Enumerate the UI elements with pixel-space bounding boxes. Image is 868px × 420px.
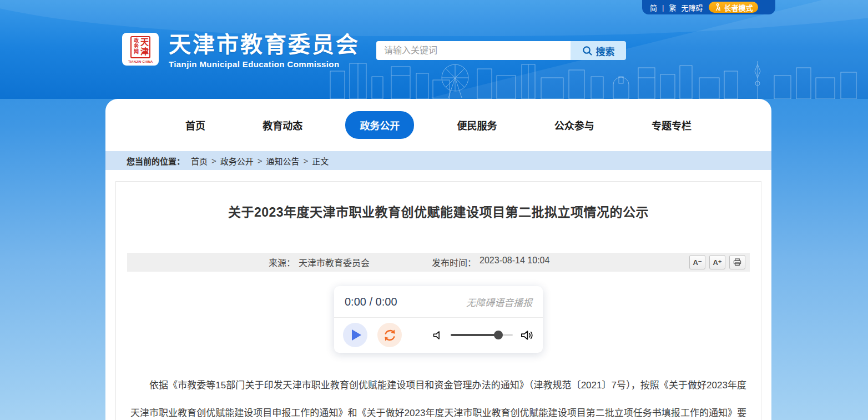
seal-caption: TIANJIN-CHINA xyxy=(128,60,153,63)
article-tools: A⁻ A⁺ xyxy=(689,255,745,269)
breadcrumb-item-current: 正文 xyxy=(312,155,329,167)
site-titles: 天津市教育委员会 Tianjin Municipal Education Com… xyxy=(169,33,360,69)
print-button[interactable] xyxy=(729,255,745,269)
source-label: 来源： xyxy=(269,256,295,269)
main-navigation: 首页 教育动态 政务公开 便民服务 公众参与 专题专栏 xyxy=(105,99,771,151)
article-title: 关于2023年度天津市职业教育创优赋能建设项目第二批拟立项情况的公示 xyxy=(127,202,750,221)
nav-item-home[interactable]: 首页 xyxy=(171,111,220,139)
audio-player-controls xyxy=(334,318,543,352)
site-name-english: Tianjin Municipal Education Commission xyxy=(169,59,360,69)
nav-item-education-news[interactable]: 教育动态 xyxy=(248,111,317,139)
search-bar: 搜索 xyxy=(376,41,626,60)
accessibility-link[interactable]: 无障碍 xyxy=(681,2,703,13)
nav-label: 便民服务 xyxy=(457,121,497,132)
search-button[interactable]: 搜索 xyxy=(571,41,626,60)
header-banner: 政务网 天津 TIANJIN-CHINA 天津市教育委员会 Tianjin Mu… xyxy=(0,0,868,99)
play-button[interactable] xyxy=(343,323,367,347)
breadcrumb-separator: > xyxy=(258,156,263,166)
article-body: 依据《市教委等15部门关于印发天津市职业教育创优赋能建设项目和资金管理办法的通知… xyxy=(127,372,750,420)
volume-fill xyxy=(451,334,498,336)
seal-right-text: 天津 xyxy=(139,38,148,57)
breadcrumb-label: 您当前的位置： xyxy=(127,155,185,167)
font-increase-button[interactable]: A⁺ xyxy=(709,255,725,269)
brand: 政务网 天津 TIANJIN-CHINA 天津市教育委员会 Tianjin Mu… xyxy=(122,33,360,69)
audio-player-header: 0:00 / 0:00 无障碍语音播报 xyxy=(334,286,543,318)
city-skyline-art xyxy=(319,61,865,99)
site-name: 天津市教育委员会 xyxy=(169,33,360,56)
nav-label: 首页 xyxy=(185,121,205,132)
utility-topbar: 简 | 繁 无障碍 长者模式 xyxy=(642,0,775,14)
elder-mode-button[interactable]: 长者模式 xyxy=(709,2,758,13)
content-column: 首页 教育动态 政务公开 便民服务 公众参与 专题专栏 您当前的位置： 首页 >… xyxy=(105,99,771,420)
breadcrumb-item-government-affairs[interactable]: 政务公开 xyxy=(220,155,254,167)
breadcrumb-item-home[interactable]: 首页 xyxy=(191,155,208,167)
publish-time-label: 发布时间： xyxy=(432,256,476,269)
volume-low-icon[interactable] xyxy=(432,329,443,341)
nav-label: 政务公开 xyxy=(360,121,400,132)
print-icon xyxy=(733,258,741,266)
elder-mode-label: 长者模式 xyxy=(724,2,753,13)
article-meta-bar: 来源： 天津市教育委员会 发布时间： 2023-08-14 10:04 A⁻ A… xyxy=(127,253,750,272)
elder-person-icon xyxy=(714,3,721,11)
search-input[interactable] xyxy=(376,41,571,60)
volume-controls xyxy=(432,328,534,342)
article-source: 来源： 天津市教育委员会 xyxy=(269,256,370,269)
audio-caption: 无障碍语音播报 xyxy=(466,295,532,309)
lang-divider: | xyxy=(662,3,664,12)
audio-player: 0:00 / 0:00 无障碍语音播报 xyxy=(334,286,543,353)
nav-item-government-affairs[interactable]: 政务公开 xyxy=(345,111,414,139)
seal-left-text: 政务网 xyxy=(133,38,138,54)
play-icon xyxy=(352,329,361,341)
nav-label: 公众参与 xyxy=(554,121,594,132)
breadcrumb-separator: > xyxy=(304,156,309,166)
nav-label: 教育动态 xyxy=(263,121,302,132)
site-logo[interactable]: 政务网 天津 TIANJIN-CHINA xyxy=(122,33,159,66)
search-icon xyxy=(582,46,593,56)
search-button-label: 搜索 xyxy=(596,44,615,58)
lang-traditional-link[interactable]: 繁 xyxy=(669,2,676,13)
nav-label: 专题专栏 xyxy=(652,121,692,132)
volume-slider[interactable] xyxy=(451,331,513,339)
nav-item-public-participation[interactable]: 公众参与 xyxy=(540,111,609,139)
lang-simplified-link[interactable]: 简 xyxy=(650,2,657,13)
nav-item-special-columns[interactable]: 专题专栏 xyxy=(637,111,706,139)
tianjin-gov-seal: 政务网 天津 xyxy=(130,36,150,58)
article-publish-time: 发布时间： 2023-08-14 10:04 xyxy=(432,256,549,269)
breadcrumb-separator: > xyxy=(211,156,216,166)
publish-time-value: 2023-08-14 10:04 xyxy=(480,256,549,269)
page: 政务网 天津 TIANJIN-CHINA 天津市教育委员会 Tianjin Mu… xyxy=(0,0,868,420)
audio-time: 0:00 / 0:00 xyxy=(345,296,397,308)
replay-button[interactable] xyxy=(377,323,402,347)
source-value: 天津市教育委员会 xyxy=(299,256,370,269)
breadcrumb: 您当前的位置： 首页 > 政务公开 > 通知公告 > 正文 xyxy=(105,151,771,170)
nav-item-public-services[interactable]: 便民服务 xyxy=(443,111,512,139)
volume-thumb[interactable] xyxy=(494,331,503,339)
font-decrease-button[interactable]: A⁻ xyxy=(689,255,705,269)
article-card: 关于2023年度天津市职业教育创优赋能建设项目第二批拟立项情况的公示 来源： 天… xyxy=(115,181,761,420)
volume-high-icon[interactable] xyxy=(520,328,534,342)
breadcrumb-item-notices[interactable]: 通知公告 xyxy=(266,155,300,167)
replay-icon xyxy=(382,328,397,343)
